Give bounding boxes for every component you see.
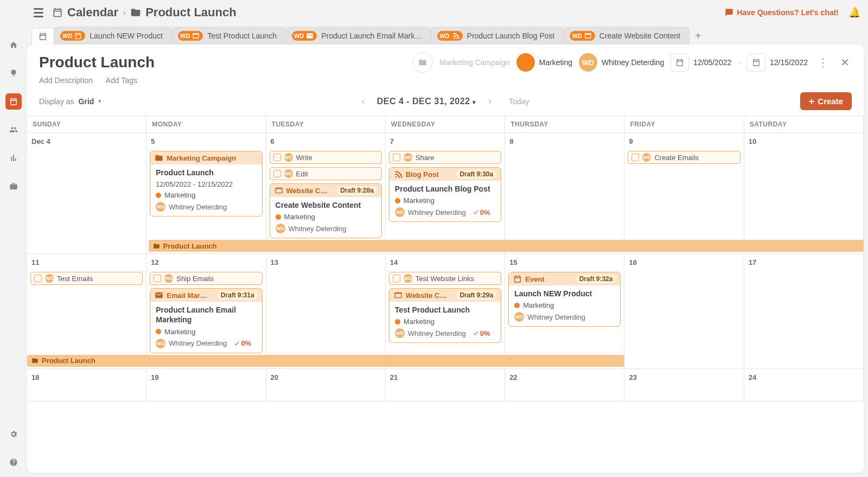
project-card[interactable]: Blog Post Draft 9:30a Product Launch Blo…	[389, 167, 501, 222]
end-date[interactable]: 12/15/2022	[747, 53, 808, 72]
calendar-day-cell[interactable]: 15 Event Draft 9:32a Launch NEW Product …	[505, 254, 624, 368]
sidebar-briefcase-icon[interactable]	[5, 178, 22, 194]
calendar-day-cell[interactable]: 13	[266, 254, 386, 368]
calendar-day-cell[interactable]: 16	[624, 254, 744, 368]
close-icon[interactable]: ✕	[838, 56, 852, 69]
prev-range-icon[interactable]: ‹	[362, 96, 365, 107]
sidebar-help-icon[interactable]	[5, 454, 22, 470]
owner-chip[interactable]: WD Whitney Deterding	[579, 53, 664, 72]
project-card[interactable]: Email Mar… Draft 9:31a Product Launch Em…	[150, 288, 262, 353]
chevron-down-icon: ▾	[98, 98, 101, 105]
folder-icon	[155, 154, 163, 162]
calendar-day-cell[interactable]: 17	[744, 254, 864, 368]
tab-test-product-launch[interactable]: WD Test Product Launch	[172, 27, 286, 44]
task-chip[interactable]: WDTest Website Links	[389, 272, 501, 285]
add-description-link[interactable]: Add Description	[39, 76, 93, 85]
sidebar-analytics-icon[interactable]	[5, 150, 22, 166]
calendar-day-cell[interactable]: 19	[146, 369, 266, 402]
project-span-bar[interactable]: Product Launch	[149, 240, 864, 252]
tab-launch-new-product[interactable]: WD Launch NEW Product	[54, 27, 172, 44]
avatar: WD	[579, 53, 597, 72]
calendar-day-cell[interactable]: 20	[266, 369, 386, 402]
campaign-name[interactable]: Marketing Campaign	[439, 58, 509, 67]
day-header: TUESDAY	[266, 116, 386, 133]
chat-link[interactable]: Have Questions? Let's chat!	[725, 8, 839, 17]
tab-website-content[interactable]: WD Create Website Content	[564, 27, 689, 44]
task-chip[interactable]: WDCreate Emails	[628, 151, 740, 164]
task-chip[interactable]: WDTest Emails	[30, 272, 143, 285]
calendar-week: Dec 4 5 Marketing Campaign Product Launc…	[27, 133, 864, 254]
wd-pill: WD	[570, 31, 595, 41]
tab-email-marketing[interactable]: WD Product Launch Email Mark…	[286, 27, 431, 44]
calendar-day-cell[interactable]: 11 WDTest Emails	[27, 254, 146, 368]
date-range-label[interactable]: DEC 4 - DEC 31, 2022 ▾	[377, 97, 476, 106]
day-header: WEDNESDAY	[386, 116, 505, 133]
sidebar-calendar-icon[interactable]	[5, 93, 22, 110]
calendar-day-cell[interactable]: 7 WDShare Blog Post Draft 9:30a Product …	[386, 133, 505, 254]
calendar-day-cell[interactable]: Dec 4	[27, 133, 146, 254]
notifications-icon[interactable]: 🔔	[848, 7, 860, 18]
wd-pill: WD	[178, 31, 203, 41]
start-date[interactable]: 12/05/2022	[671, 53, 731, 72]
calendar-day-cell[interactable]: 5 Marketing Campaign Product Launch 12/0…	[146, 133, 266, 254]
wd-pill: WD	[437, 31, 462, 41]
calendar-day-cell[interactable]: 14 WDTest Website Links Website C… Draft…	[386, 254, 505, 368]
breadcrumb-leaf[interactable]: Product Launch	[145, 5, 236, 20]
menu-toggle-icon[interactable]	[30, 5, 47, 21]
more-menu-icon[interactable]: ⋮	[814, 56, 832, 69]
rss-icon	[394, 170, 403, 179]
calendar-icon	[747, 53, 765, 72]
calendar-icon	[513, 275, 522, 283]
tag-dot	[516, 53, 535, 72]
chevron-down-icon: ▾	[473, 99, 476, 105]
project-span-bar[interactable]: Product Launch	[27, 355, 624, 367]
task-chip[interactable]: WDShare	[389, 151, 501, 164]
calendar-day-cell[interactable]: 23	[624, 369, 744, 402]
breadcrumb: Calendar › Product Launch	[52, 5, 237, 20]
calendar-day-cell[interactable]: 12 WDShip Emails Email Mar… Draft 9:31a …	[146, 254, 266, 368]
calendar-day-cell[interactable]: 18	[27, 369, 146, 402]
tag-marketing[interactable]: Marketing	[516, 53, 572, 72]
chevron-right-icon: ›	[123, 7, 126, 18]
day-header: SUNDAY	[27, 116, 146, 133]
next-range-icon[interactable]: ›	[488, 96, 492, 107]
tab-blog-post[interactable]: WD Product Launch Blog Post	[431, 27, 564, 44]
tab-calendar-view[interactable]	[31, 28, 54, 44]
folder-chip-icon[interactable]	[412, 52, 433, 73]
task-chip[interactable]: WDEdit	[270, 167, 382, 180]
project-card[interactable]: Website C… Draft 9:29a Test Product Laun…	[389, 288, 501, 343]
task-chip[interactable]: WDWrite	[270, 151, 382, 164]
today-link[interactable]: Today	[509, 97, 529, 106]
breadcrumb-root[interactable]: Calendar	[67, 5, 118, 20]
date-separator: -	[738, 58, 741, 67]
folder-icon	[31, 357, 39, 364]
calendar-grid: SUNDAY MONDAY TUESDAY WEDNESDAY THURSDAY…	[27, 116, 864, 473]
day-header: SATURDAY	[744, 116, 864, 133]
calendar-day-cell[interactable]: 24	[744, 369, 864, 402]
calendar-day-cell[interactable]: 21	[386, 369, 505, 402]
calendar-day-cell[interactable]: 10	[744, 133, 864, 254]
project-card[interactable]: Marketing Campaign Product Launch 12/05/…	[150, 151, 262, 217]
day-header: THURSDAY	[505, 116, 624, 133]
sidebar-settings-icon[interactable]	[5, 426, 22, 442]
sidebar-home-icon[interactable]	[5, 37, 22, 53]
day-header: FRIDAY	[624, 116, 744, 133]
day-header: MONDAY	[146, 116, 266, 133]
calendar-day-cell[interactable]: 8	[505, 133, 624, 254]
calendar-day-cell[interactable]: 22	[505, 369, 624, 402]
calendar-week: 11 WDTest Emails 12 WDShip Emails Email …	[27, 254, 864, 368]
project-card[interactable]: Event Draft 9:32a Launch NEW Product Mar…	[508, 272, 621, 327]
display-mode-select[interactable]: Display as Grid ▾	[39, 97, 101, 106]
add-tags-link[interactable]: Add Tags	[106, 76, 137, 85]
task-chip[interactable]: WDShip Emails	[150, 272, 262, 285]
calendar-day-cell[interactable]: 6 WDWrite WDEdit Website C… Draft 9:28a …	[266, 133, 386, 254]
top-bar: Calendar › Product Launch Have Questions…	[27, 0, 868, 25]
calendar-day-cell[interactable]: 9 WDCreate Emails	[624, 133, 744, 254]
create-button[interactable]: + Create	[800, 92, 852, 110]
add-tab-button[interactable]: +	[690, 28, 707, 44]
sidebar-ideas-icon[interactable]	[5, 65, 22, 81]
sidebar-people-icon[interactable]	[5, 122, 22, 138]
mail-icon	[155, 291, 163, 300]
plus-icon: +	[809, 98, 815, 105]
project-card[interactable]: Website C… Draft 9:28a Create Website Co…	[270, 183, 382, 238]
